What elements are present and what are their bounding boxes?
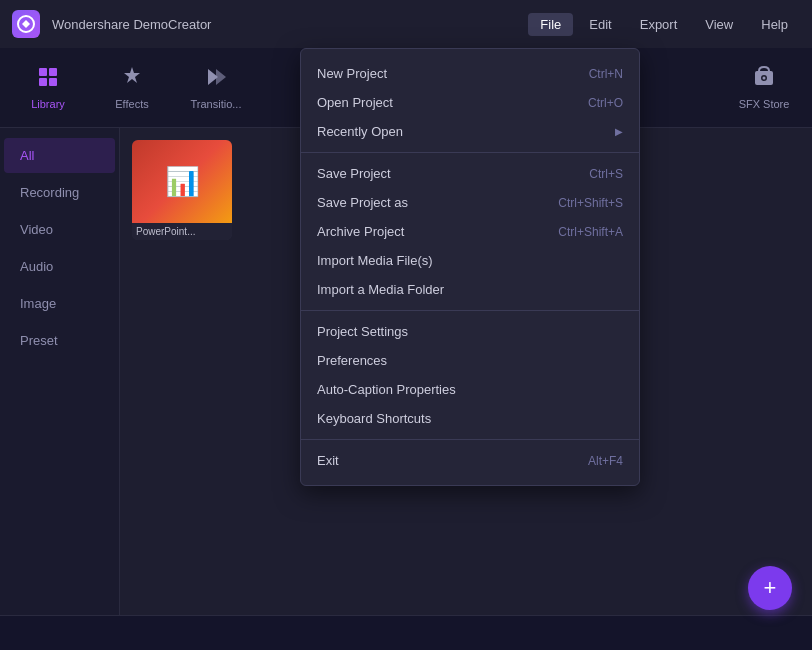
toolbar-effects-label: Effects (115, 98, 148, 110)
menu-new-project-label: New Project (317, 66, 387, 81)
toolbar-effects[interactable]: Effects (92, 53, 172, 123)
menu-preferences-label: Preferences (317, 353, 387, 368)
toolbar-sfx-store-label: SFX Store (739, 98, 790, 110)
file-dropdown-menu: New Project Ctrl+N Open Project Ctrl+O R… (300, 48, 640, 486)
sidebar: All Recording Video Audio Image Preset (0, 128, 120, 650)
sidebar-item-audio[interactable]: Audio (4, 249, 115, 284)
menu-archive-project-label: Archive Project (317, 224, 404, 239)
menu-import-media-files[interactable]: Import Media File(s) (301, 246, 639, 275)
menu-exit[interactable]: Exit Alt+F4 (301, 446, 639, 475)
media-thumbnail: 📊 (132, 140, 232, 223)
svg-rect-4 (49, 78, 57, 86)
app-logo (12, 10, 40, 38)
toolbar-library-label: Library (31, 98, 65, 110)
menu-exit-shortcut: Alt+F4 (588, 454, 623, 468)
sidebar-item-image[interactable]: Image (4, 286, 115, 321)
menu-keyboard-shortcuts-label: Keyboard Shortcuts (317, 411, 431, 426)
svg-marker-6 (216, 69, 226, 85)
menu-save-project-shortcut: Ctrl+S (589, 167, 623, 181)
chevron-right-icon: ▶ (615, 126, 623, 137)
menu-save-project[interactable]: Save Project Ctrl+S (301, 159, 639, 188)
menu-new-project[interactable]: New Project Ctrl+N (301, 59, 639, 88)
menu-export[interactable]: Export (628, 13, 690, 36)
effects-icon (120, 65, 144, 94)
menu-exit-label: Exit (317, 453, 339, 468)
fab-button[interactable]: + (748, 566, 792, 610)
transitions-icon (204, 65, 228, 94)
menu-preferences[interactable]: Preferences (301, 346, 639, 375)
menu-view[interactable]: View (693, 13, 745, 36)
menu-section-3: Project Settings Preferences Auto-Captio… (301, 310, 639, 437)
toolbar-transitions[interactable]: Transitio... (176, 53, 256, 123)
sidebar-item-video[interactable]: Video (4, 212, 115, 247)
menu-open-project-label: Open Project (317, 95, 393, 110)
menu-section-2: Save Project Ctrl+S Save Project as Ctrl… (301, 152, 639, 308)
svg-rect-2 (49, 68, 57, 76)
menu-save-project-label: Save Project (317, 166, 391, 181)
menu-section-4: Exit Alt+F4 (301, 439, 639, 479)
toolbar-library[interactable]: Library (8, 53, 88, 123)
menu-auto-caption-label: Auto-Caption Properties (317, 382, 456, 397)
menu-open-project-shortcut: Ctrl+O (588, 96, 623, 110)
menu-new-project-shortcut: Ctrl+N (589, 67, 623, 81)
menu-keyboard-shortcuts[interactable]: Keyboard Shortcuts (301, 404, 639, 433)
menu-save-project-as-shortcut: Ctrl+Shift+S (558, 196, 623, 210)
timeline-bar (0, 615, 812, 650)
menu-save-project-as-label: Save Project as (317, 195, 408, 210)
menu-archive-project[interactable]: Archive Project Ctrl+Shift+A (301, 217, 639, 246)
sidebar-item-preset[interactable]: Preset (4, 323, 115, 358)
menu-import-media-files-label: Import Media File(s) (317, 253, 433, 268)
menu-project-settings-label: Project Settings (317, 324, 408, 339)
menu-edit[interactable]: Edit (577, 13, 623, 36)
menu-archive-project-shortcut: Ctrl+Shift+A (558, 225, 623, 239)
menu-bar: File Edit Export View Help (528, 13, 800, 36)
menu-auto-caption[interactable]: Auto-Caption Properties (301, 375, 639, 404)
sidebar-item-recording[interactable]: Recording (4, 175, 115, 210)
media-label: PowerPoint... (132, 223, 232, 240)
menu-recently-open[interactable]: Recently Open ▶ (301, 117, 639, 146)
app-title: Wondershare DemoCreator (52, 17, 516, 32)
fab-icon: + (764, 575, 777, 601)
title-bar: Wondershare DemoCreator File Edit Export… (0, 0, 812, 48)
sidebar-item-all[interactable]: All (4, 138, 115, 173)
menu-import-media-folder-label: Import a Media Folder (317, 282, 444, 297)
media-icon: 📊 (165, 165, 200, 198)
menu-open-project[interactable]: Open Project Ctrl+O (301, 88, 639, 117)
menu-help[interactable]: Help (749, 13, 800, 36)
menu-import-media-folder[interactable]: Import a Media Folder (301, 275, 639, 304)
menu-recently-open-label: Recently Open (317, 124, 403, 139)
menu-file[interactable]: File (528, 13, 573, 36)
library-icon (36, 65, 60, 94)
menu-section-1: New Project Ctrl+N Open Project Ctrl+O R… (301, 55, 639, 150)
media-card[interactable]: 📊 PowerPoint... (132, 140, 232, 240)
svg-rect-3 (39, 78, 47, 86)
svg-point-9 (763, 77, 766, 80)
toolbar-sfx-store[interactable]: SFX Store (724, 53, 804, 123)
menu-project-settings[interactable]: Project Settings (301, 317, 639, 346)
sfx-store-icon (752, 65, 776, 94)
toolbar-transitions-label: Transitio... (191, 98, 242, 110)
menu-save-project-as[interactable]: Save Project as Ctrl+Shift+S (301, 188, 639, 217)
svg-rect-1 (39, 68, 47, 76)
